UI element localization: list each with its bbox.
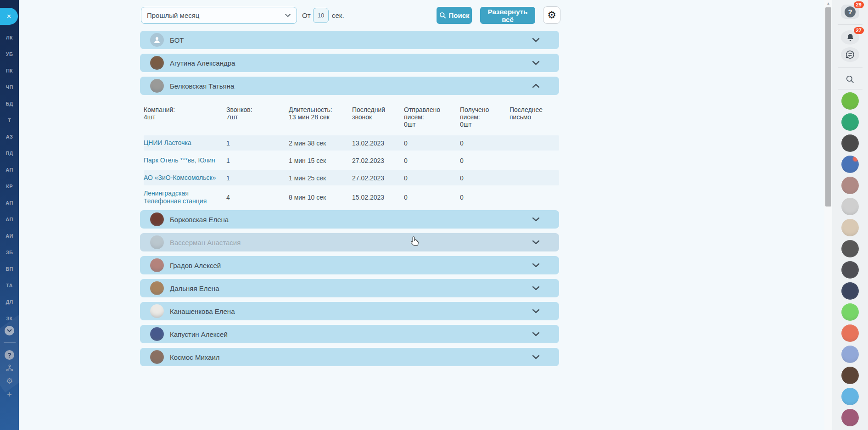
person-row[interactable]: Канашенкова Елена	[140, 302, 559, 320]
contact-avatar[interactable]	[841, 240, 859, 257]
contact-avatar[interactable]	[841, 346, 859, 363]
scrollbar-up-arrow-icon[interactable]: ▲	[824, 1, 832, 6]
chevron-down-icon[interactable]	[532, 355, 540, 359]
person-photo	[150, 56, 164, 70]
chevron-down-icon[interactable]	[532, 286, 540, 290]
contact-avatar[interactable]	[841, 261, 859, 279]
sidebar-item-КР[interactable]: КР	[0, 178, 19, 195]
sidebar-item-Т[interactable]: Т	[0, 112, 19, 128]
contact-avatar[interactable]	[841, 177, 859, 194]
person-row[interactable]: Белковская Татьяна	[140, 77, 559, 95]
stat-label: Отправлено писем:	[404, 106, 460, 121]
sidebar-item-АП[interactable]: АП	[0, 162, 19, 178]
received-letters-value: 0	[460, 157, 510, 164]
person-row[interactable]: Капустин Алексей	[140, 325, 559, 343]
contact-photo	[841, 282, 859, 300]
contact-avatar[interactable]	[841, 303, 859, 321]
received-letters-value: 0	[460, 140, 510, 147]
integrations-icon[interactable]	[6, 364, 13, 372]
sidebar-item-АЗ[interactable]: АЗ	[0, 128, 19, 145]
sidebar-item-ЗБ[interactable]: ЗБ	[0, 244, 19, 261]
duration-value: 2 мин 38 сек	[289, 140, 352, 147]
scrollbar-thumb[interactable]	[825, 7, 831, 207]
contact-photo	[841, 92, 859, 110]
chevron-down-icon[interactable]	[532, 217, 540, 222]
notifications-badge: 27	[854, 27, 864, 34]
app-window: × ЛКУБПКЧПБДТАЗПДАПКРАПАПАИЗБВПТАДЛЗК ? …	[0, 0, 868, 430]
person-row[interactable]: Дальняя Елена	[140, 279, 559, 297]
help-button[interactable]: ? 29	[841, 5, 859, 19]
contact-avatar[interactable]	[841, 282, 859, 300]
contact-avatar[interactable]	[841, 92, 859, 110]
rail-search-button[interactable]	[841, 73, 859, 86]
contact-avatar[interactable]	[841, 388, 859, 405]
search-button[interactable]: Поиск	[437, 7, 472, 24]
chevron-down-icon[interactable]	[532, 263, 540, 268]
sidebar-item-ЛК[interactable]: ЛК	[0, 29, 19, 46]
sidebar-item-АП[interactable]: АП	[0, 211, 19, 228]
stat-label: Последний звонок	[352, 106, 404, 121]
contact-avatar[interactable]	[841, 198, 859, 215]
chevron-down-icon[interactable]	[532, 240, 540, 245]
sidebar-item-ТА[interactable]: ТА	[0, 277, 19, 294]
expand-all-button[interactable]: Развернуть всё	[480, 7, 535, 24]
company-link[interactable]: Ленинградская Телефонная станция	[144, 190, 226, 205]
company-link[interactable]: АО «ЗиО-Комсомольск»	[144, 174, 226, 182]
contact-avatar[interactable]	[841, 367, 859, 384]
company-link[interactable]: ЦНИИ Ласточка	[144, 139, 226, 147]
sidebar-item-БД[interactable]: БД	[0, 95, 19, 112]
sent-letters-value: 0	[404, 194, 460, 201]
period-select[interactable]: Прошлый месяц	[141, 7, 297, 24]
search-icon	[846, 75, 855, 84]
sidebar-divider	[4, 342, 16, 343]
sidebar-item-АП[interactable]: АП	[0, 195, 19, 211]
person-row[interactable]: БОТ	[140, 31, 559, 49]
sidebar-item-ЗК[interactable]: ЗК	[0, 310, 19, 327]
contact-photo	[841, 409, 859, 426]
person-photo	[150, 235, 164, 249]
sidebar-item-УБ[interactable]: УБ	[0, 46, 19, 62]
contact-avatar[interactable]	[841, 156, 859, 173]
company-link[interactable]: Парк Отель ***вв, Юлия	[144, 156, 226, 164]
help-icon[interactable]: ?	[5, 350, 14, 360]
expand-menu-icon[interactable]	[5, 326, 14, 335]
vertical-scrollbar[interactable]: ▲	[824, 0, 832, 430]
person-row[interactable]: Борковская Елена	[140, 210, 559, 229]
rail-divider	[838, 89, 862, 89]
chat-history-button[interactable]	[841, 47, 859, 61]
search-button-label: Поиск	[449, 11, 470, 19]
calls-value: 1	[226, 174, 289, 182]
contact-avatar[interactable]	[841, 219, 859, 236]
contact-avatar[interactable]	[841, 409, 859, 426]
notifications-button[interactable]: 27	[841, 30, 859, 45]
sidebar-item-ПК[interactable]: ПК	[0, 62, 19, 79]
stat-value: 0шт	[460, 121, 510, 128]
seconds-input[interactable]	[313, 8, 329, 23]
sidebar-item-ЧП[interactable]: ЧП	[0, 79, 19, 95]
chevron-up-icon[interactable]	[532, 84, 540, 88]
contact-avatar[interactable]	[841, 324, 859, 342]
sidebar-item-ПД[interactable]: ПД	[0, 145, 19, 162]
contact-avatar[interactable]	[841, 113, 859, 131]
calls-value: 1	[226, 157, 289, 164]
sidebar-close-button[interactable]: ×	[0, 8, 18, 25]
sidebar-item-ДЛ[interactable]: ДЛ	[0, 294, 19, 310]
add-icon[interactable]: +	[7, 390, 12, 400]
contact-avatar[interactable]	[841, 134, 859, 152]
contact-photo	[841, 346, 859, 363]
chevron-down-icon[interactable]	[532, 332, 540, 336]
chevron-down-icon[interactable]	[532, 38, 540, 42]
chevron-down-icon[interactable]	[532, 61, 540, 65]
right-rail: ? 29 27	[832, 0, 868, 430]
chevron-down-icon[interactable]	[532, 309, 540, 313]
person-row[interactable]: Вассерман Анастасия	[140, 233, 559, 251]
sent-letters-value: 0	[404, 174, 460, 182]
person-row[interactable]: Космос Михаил	[140, 348, 559, 366]
settings-gear-icon[interactable]: ⚙	[6, 376, 13, 386]
person-row[interactable]: Градов Алексей	[140, 256, 559, 274]
sidebar-item-АИ[interactable]: АИ	[0, 228, 19, 244]
settings-button[interactable]: ⚙	[543, 6, 560, 24]
contact-photo	[841, 240, 859, 257]
sidebar-item-ВП[interactable]: ВП	[0, 261, 19, 277]
person-row[interactable]: Агутина Александра	[140, 54, 559, 72]
